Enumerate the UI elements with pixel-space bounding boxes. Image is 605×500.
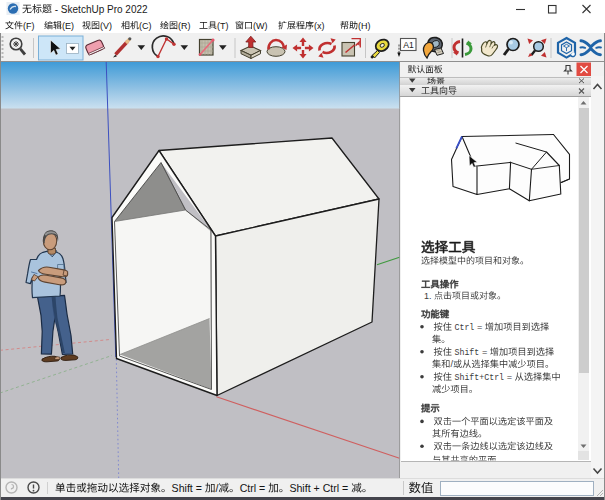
svg-text:(C): (C)	[139, 21, 152, 31]
svg-text:/: /	[450, 359, 453, 369]
svg-text:=: =	[477, 322, 482, 332]
svg-text:Shift: Shift	[454, 348, 479, 357]
svg-text:(T): (T)	[217, 21, 229, 31]
svg-text:- SketchUp Pro 2022: - SketchUp Pro 2022	[55, 4, 148, 15]
svg-text:Ctrl: Ctrl	[454, 323, 474, 332]
svg-text:=: =	[507, 372, 512, 382]
svg-text:Ctrl =: Ctrl =	[240, 482, 266, 494]
svg-text:A1: A1	[403, 40, 414, 50]
svg-text:(V): (V)	[100, 21, 112, 31]
svg-text:Shift =: Shift =	[172, 482, 202, 494]
svg-text:Shift + Ctrl =: Shift + Ctrl =	[289, 482, 348, 494]
svg-text:1.: 1.	[424, 291, 432, 301]
svg-text:Shift+Ctrl: Shift+Ctrl	[454, 373, 504, 382]
svg-text:(F): (F)	[23, 21, 35, 31]
svg-text:(H): (H)	[358, 21, 371, 31]
svg-text:/: /	[215, 482, 218, 494]
svg-text:(W): (W)	[253, 21, 268, 31]
svg-text:(E): (E)	[62, 21, 74, 31]
svg-text:=: =	[482, 347, 487, 357]
svg-text:(R): (R)	[178, 21, 191, 31]
svg-text:(x): (x)	[314, 21, 325, 31]
